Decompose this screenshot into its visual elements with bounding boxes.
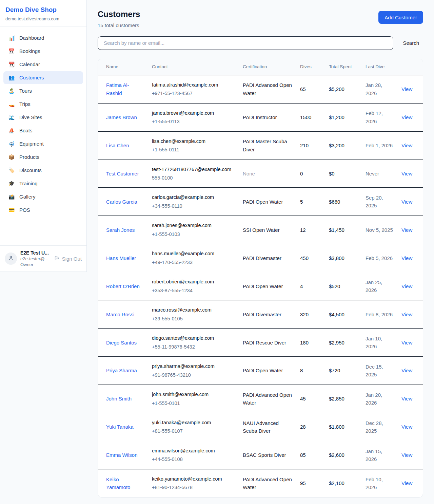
dashboard-icon: 📊: [8, 35, 15, 41]
customer-dives: 210: [296, 131, 325, 160]
customer-total-spent: $3,800: [325, 244, 361, 272]
view-link[interactable]: View: [401, 452, 412, 458]
sidebar-item-dashboard[interactable]: 📊Dashboard: [3, 32, 83, 44]
customer-name-link[interactable]: Carlos Garcia: [106, 198, 137, 206]
customer-email: hans.mueller@example.com: [152, 250, 235, 257]
customer-total-spent: $2,600: [325, 441, 361, 469]
customer-name-link[interactable]: John Smith: [106, 395, 132, 403]
view-link[interactable]: View: [401, 312, 412, 317]
sidebar-item-dive-sites[interactable]: 🌊Dive Sites: [3, 111, 83, 124]
customer-name-link[interactable]: Test Customer: [106, 170, 139, 178]
customer-certification: PADI Advanced Open Water: [239, 469, 296, 497]
sidebar-item-customers[interactable]: 👥Customers: [3, 71, 83, 84]
customer-last-dive: Jan 28, 2026: [361, 75, 397, 103]
main-content: Customers 15 total customers Add Custome…: [87, 0, 434, 504]
sidebar-nav: 📊Dashboard📅Bookings📆Calendar👥Customers🏝️…: [0, 26, 86, 245]
sidebar-item-pos[interactable]: 💳POS: [3, 204, 83, 217]
view-link[interactable]: View: [401, 143, 412, 148]
sign-out-button[interactable]: Sign Out: [54, 255, 82, 262]
customer-phone: +39-555-0105: [152, 315, 235, 322]
view-link[interactable]: View: [401, 227, 412, 233]
customer-row: Keiko Yamamotokeiko.yamamoto@example.com…: [98, 469, 423, 497]
add-customer-button[interactable]: Add Customer: [378, 11, 423, 24]
sidebar-item-equipment[interactable]: 🤿Equipment: [3, 137, 83, 150]
customer-total-spent: $4,500: [325, 300, 361, 329]
view-link[interactable]: View: [401, 86, 412, 92]
view-link[interactable]: View: [401, 199, 412, 205]
customer-name-link[interactable]: Yuki Tanaka: [106, 423, 134, 431]
sidebar-item-bookings[interactable]: 📅Bookings: [3, 45, 83, 58]
customer-row: Test Customertest-1772681807767@example.…: [98, 160, 423, 188]
customers-table: NameContactCertificationDivesTotal Spent…: [98, 59, 423, 497]
sidebar-item-tours[interactable]: 🏝️Tours: [3, 85, 83, 97]
customer-certification: SSI Open Water: [239, 216, 296, 244]
view-link[interactable]: View: [401, 480, 412, 486]
customer-dives: 320: [296, 300, 325, 329]
customers-table-card: NameContactCertificationDivesTotal Spent…: [98, 59, 423, 498]
search-input[interactable]: [98, 36, 393, 50]
customer-count: 15 total customers: [98, 22, 140, 28]
customer-name-link[interactable]: Emma Wilson: [106, 451, 138, 459]
customer-phone: +81-90-1234-5678: [152, 484, 235, 491]
view-link[interactable]: View: [401, 255, 412, 261]
sidebar-item-label: Bookings: [19, 48, 40, 54]
sidebar-item-label: Tours: [19, 88, 32, 94]
customer-phone: +49-170-555-2233: [152, 259, 235, 266]
customer-last-dive: Nov 5, 2025: [361, 216, 397, 244]
sidebar-item-gallery[interactable]: 📸Gallery: [3, 190, 83, 203]
search-row: Search: [98, 36, 423, 50]
sidebar-item-discounts[interactable]: 🏷️Discounts: [3, 164, 83, 177]
customer-email: diego.santos@example.com: [152, 334, 235, 342]
customer-dives: 450: [296, 244, 325, 272]
customer-row: Fatima Al-Rashidfatima.alrashid@example.…: [98, 75, 423, 103]
customer-last-dive: Feb 5, 2026: [361, 244, 397, 272]
view-link[interactable]: View: [401, 340, 412, 346]
customer-row: John Smithjohn.smith@example.com+1-555-0…: [98, 385, 423, 413]
sidebar-item-label: Discounts: [19, 167, 42, 173]
sidebar-item-boats[interactable]: ⛵Boats: [3, 124, 83, 137]
customer-last-dive: Jan 10, 2026: [361, 329, 397, 357]
customer-name-link[interactable]: Robert O'Brien: [106, 282, 140, 290]
customer-name-link[interactable]: Fatima Al-Rashid: [106, 81, 144, 97]
customer-name-link[interactable]: Keiko Yamamoto: [106, 475, 144, 491]
customer-name-link[interactable]: Lisa Chen: [106, 142, 129, 149]
table-header: NameContactCertificationDivesTotal Spent…: [98, 59, 423, 75]
user-info: E2E Test U... e2e-tester@... Owner: [20, 250, 51, 267]
search-button[interactable]: Search: [402, 40, 423, 46]
view-link[interactable]: View: [401, 283, 412, 289]
customer-phone: +91-98765-43210: [152, 371, 235, 379]
sidebar-item-trips[interactable]: 🚤Trips: [3, 98, 83, 111]
customer-phone: +1-555-0101: [152, 399, 235, 407]
customer-email: keiko.yamamoto@example.com: [152, 475, 235, 483]
sidebar-item-label: Gallery: [19, 194, 36, 200]
customer-name-link[interactable]: Priya Sharma: [106, 367, 137, 374]
view-link[interactable]: View: [401, 114, 412, 120]
customer-total-spent: $5,200: [325, 75, 361, 103]
customer-phone: +1-555-0111: [152, 146, 235, 153]
customer-name-link[interactable]: Hans Mueller: [106, 254, 136, 262]
customer-name-link[interactable]: Sarah Jones: [106, 226, 135, 234]
sign-out-label: Sign Out: [62, 256, 82, 262]
customer-name-link[interactable]: Marco Rossi: [106, 311, 134, 318]
column-header-contact: Contact: [148, 59, 239, 75]
customer-last-dive: Never: [361, 160, 397, 188]
sidebar-item-training[interactable]: 🎓Training: [3, 177, 83, 190]
customer-total-spent: $2,850: [325, 385, 361, 413]
customer-last-dive: Jan 20, 2026: [361, 385, 397, 413]
customer-email: test-1772681807767@example.com: [152, 166, 235, 173]
view-link[interactable]: View: [401, 368, 412, 373]
customer-name-link[interactable]: Diego Santos: [106, 339, 137, 347]
customer-row: Carlos Garciacarlos.garcia@example.com+3…: [98, 188, 423, 216]
customer-total-spent: $1,450: [325, 216, 361, 244]
shop-domain: demo.test.divestreams.com: [5, 16, 81, 21]
column-header-last-dive: Last Dive: [361, 59, 397, 75]
sidebar-item-calendar[interactable]: 📆Calendar: [3, 58, 83, 71]
sidebar-item-products[interactable]: 📦Products: [3, 151, 83, 164]
customer-phone: +44-555-0108: [152, 455, 235, 463]
view-link[interactable]: View: [401, 171, 412, 176]
customer-certification: PADI Advanced Open Water: [239, 75, 296, 103]
products-icon: 📦: [8, 154, 15, 160]
customer-name-link[interactable]: James Brown: [106, 113, 137, 121]
view-link[interactable]: View: [401, 424, 412, 430]
view-link[interactable]: View: [401, 396, 412, 402]
